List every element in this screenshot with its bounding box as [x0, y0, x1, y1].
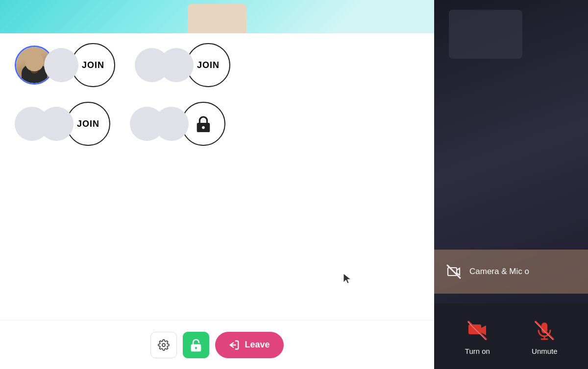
participant-avatar-7: [154, 107, 189, 141]
room-group-1-1: JOIN: [15, 43, 115, 87]
unlock-icon: [190, 338, 202, 352]
leave-button[interactable]: Leave: [215, 332, 283, 358]
cam-mic-text: Camera & Mic o: [469, 267, 529, 277]
participant-avatar-5: [39, 107, 74, 141]
mic-slash-icon: [534, 320, 555, 341]
leave-label: Leave: [245, 340, 270, 350]
room-group-2-1: JOIN: [15, 102, 110, 146]
gear-icon: [158, 339, 170, 351]
unlock-button[interactable]: [183, 332, 209, 358]
right-panel: Camera & Mic o Turn on: [434, 0, 588, 369]
left-panel: JOIN JOIN JOIN: [0, 0, 434, 369]
rooms-area: JOIN JOIN JOIN: [0, 33, 434, 320]
camera-slash-icon: [466, 320, 488, 341]
cam-mic-overlay: Camera & Mic o: [434, 250, 588, 294]
top-image-area: [0, 0, 434, 33]
lock-icon: [196, 115, 211, 133]
turn-on-item[interactable]: Turn on: [465, 318, 490, 355]
camera-preview-area: Camera & Mic o: [434, 0, 588, 303]
room-group-1-2: JOIN: [135, 43, 230, 87]
camera-icon-container: [465, 318, 490, 343]
right-bottom-bar: Turn on Unmute: [434, 303, 588, 369]
svg-point-4: [195, 346, 197, 348]
unmute-label: Unmute: [532, 347, 558, 355]
participant-avatar-3: [159, 48, 194, 82]
leave-icon: [229, 340, 240, 350]
participant-avatar-1: [44, 48, 78, 82]
camera-mic-icon: [444, 262, 464, 281]
rooms-row-2: JOIN: [15, 102, 419, 146]
room-group-2-2: [130, 102, 225, 146]
unmute-item[interactable]: Unmute: [532, 318, 558, 355]
rooms-row-1: JOIN JOIN: [15, 43, 419, 87]
svg-point-2: [162, 344, 165, 346]
bottom-toolbar: Leave: [0, 320, 434, 369]
mic-icon-container: [532, 318, 557, 343]
settings-button[interactable]: [150, 332, 177, 358]
turn-on-label: Turn on: [465, 347, 490, 355]
svg-point-1: [202, 126, 205, 129]
